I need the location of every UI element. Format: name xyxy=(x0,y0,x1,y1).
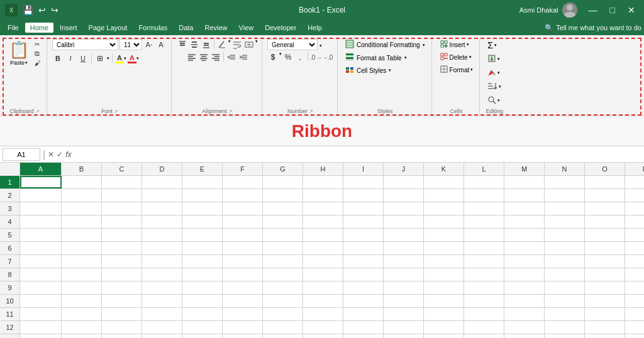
cell-G4[interactable] xyxy=(263,215,303,228)
cell-M4[interactable] xyxy=(504,215,545,228)
cell-C10[interactable] xyxy=(102,295,142,307)
col-header-G[interactable]: G xyxy=(263,163,303,175)
editing-label[interactable]: Editing xyxy=(485,107,504,116)
cell-G12[interactable] xyxy=(263,321,303,334)
cell-H11[interactable] xyxy=(303,308,343,320)
cell-J12[interactable] xyxy=(384,321,424,334)
tell-me-search[interactable]: 🔍 Tell me what you want to do xyxy=(545,24,641,32)
format-dropdown[interactable]: ▾ xyxy=(470,67,473,72)
col-header-H[interactable]: H xyxy=(303,163,343,175)
number-format-dropdown[interactable]: ▾ xyxy=(319,43,322,48)
col-header-F[interactable]: F xyxy=(223,163,263,175)
cell-F2[interactable] xyxy=(223,189,263,202)
cell-G10[interactable] xyxy=(263,295,303,307)
maximize-button[interactable]: □ xyxy=(606,4,619,16)
currency-dropdown[interactable]: ▾ xyxy=(279,52,282,63)
cell-K11[interactable] xyxy=(424,308,464,320)
bold-button[interactable]: B xyxy=(52,53,64,64)
cell-O3[interactable] xyxy=(585,202,625,215)
cell-M12[interactable] xyxy=(504,321,545,334)
cell-A9[interactable] xyxy=(20,281,62,294)
cell-I11[interactable] xyxy=(343,308,384,320)
cell-E13[interactable] xyxy=(182,334,223,338)
col-header-M[interactable]: M xyxy=(504,163,545,175)
cell-P9[interactable] xyxy=(625,281,644,294)
cell-J1[interactable] xyxy=(384,176,424,188)
cell-N9[interactable] xyxy=(545,281,585,294)
cell-N7[interactable] xyxy=(545,255,585,268)
cell-J6[interactable] xyxy=(384,242,424,254)
cell-L11[interactable] xyxy=(464,308,504,320)
cell-F5[interactable] xyxy=(223,229,263,241)
menu-page-layout[interactable]: Page Layout xyxy=(84,23,133,33)
cell-F12[interactable] xyxy=(223,321,263,334)
cell-N8[interactable] xyxy=(545,268,585,281)
cell-H9[interactable] xyxy=(303,281,343,294)
cell-M5[interactable] xyxy=(504,229,545,241)
cell-K2[interactable] xyxy=(424,189,464,202)
decrease-decimal-button[interactable]: ←.0 xyxy=(322,52,333,63)
clear-dropdown[interactable]: ▾ xyxy=(497,70,500,75)
cell-A6[interactable] xyxy=(20,242,62,254)
cell-L10[interactable] xyxy=(464,295,504,307)
cell-L8[interactable] xyxy=(464,268,504,281)
row-num-11[interactable]: 11 xyxy=(0,308,20,320)
find-select-button[interactable]: ▾ xyxy=(485,94,502,107)
cell-I10[interactable] xyxy=(343,295,384,307)
cell-P11[interactable] xyxy=(625,308,644,320)
user-info[interactable]: Asmi Dhakal xyxy=(519,3,577,18)
cell-F1[interactable] xyxy=(223,176,263,188)
row-num-10[interactable]: 10 xyxy=(0,295,20,307)
col-header-I[interactable]: I xyxy=(343,163,384,175)
col-header-A[interactable]: A xyxy=(20,163,62,175)
confirm-formula-button[interactable]: ✓ xyxy=(57,150,63,159)
cell-D4[interactable] xyxy=(142,215,182,228)
cell-H8[interactable] xyxy=(303,268,343,281)
cell-B7[interactable] xyxy=(62,255,102,268)
cell-I2[interactable] xyxy=(343,189,384,202)
cell-H6[interactable] xyxy=(303,242,343,254)
row-num-7[interactable]: 7 xyxy=(0,255,20,268)
cell-F11[interactable] xyxy=(223,308,263,320)
font-label[interactable]: Font ↗ xyxy=(52,107,167,116)
cell-J4[interactable] xyxy=(384,215,424,228)
sort-dropdown[interactable]: ▾ xyxy=(499,84,501,89)
col-header-E[interactable]: E xyxy=(182,163,223,175)
cell-J3[interactable] xyxy=(384,202,424,215)
decrease-indent-button[interactable] xyxy=(226,52,237,63)
cell-K7[interactable] xyxy=(424,255,464,268)
cell-G2[interactable] xyxy=(263,189,303,202)
cell-B8[interactable] xyxy=(62,268,102,281)
undo-button[interactable]: ↩ xyxy=(38,5,46,15)
cell-G13[interactable] xyxy=(263,334,303,338)
cell-H2[interactable] xyxy=(303,189,343,202)
cell-H4[interactable] xyxy=(303,215,343,228)
cell-E6[interactable] xyxy=(182,242,223,254)
cell-I1[interactable] xyxy=(343,176,384,188)
cs-dropdown[interactable]: ▾ xyxy=(389,68,391,73)
cell-E5[interactable] xyxy=(182,229,223,241)
cell-I8[interactable] xyxy=(343,268,384,281)
col-header-K[interactable]: K xyxy=(424,163,464,175)
delete-button[interactable]: Delete ▾ xyxy=(437,52,474,63)
cell-G9[interactable] xyxy=(263,281,303,294)
delete-dropdown[interactable]: ▾ xyxy=(469,55,472,60)
cell-G8[interactable] xyxy=(263,268,303,281)
clipboard-label[interactable]: Clipboard ↗ xyxy=(6,107,43,116)
cell-B2[interactable] xyxy=(62,189,102,202)
alignment-label[interactable]: Alignment ↗ xyxy=(177,107,258,116)
cell-J2[interactable] xyxy=(384,189,424,202)
cell-A3[interactable] xyxy=(20,202,62,215)
font-size-selector[interactable]: 11 xyxy=(119,39,142,50)
cell-C6[interactable] xyxy=(102,242,142,254)
cell-P13[interactable] xyxy=(625,334,644,338)
cell-E10[interactable] xyxy=(182,295,223,307)
cell-L2[interactable] xyxy=(464,189,504,202)
left-align-button[interactable] xyxy=(186,52,197,63)
cell-H12[interactable] xyxy=(303,321,343,334)
cell-F10[interactable] xyxy=(223,295,263,307)
cell-I7[interactable] xyxy=(343,255,384,268)
cell-L12[interactable] xyxy=(464,321,504,334)
row-num-12[interactable]: 12 xyxy=(0,321,20,334)
cell-D13[interactable] xyxy=(142,334,182,338)
